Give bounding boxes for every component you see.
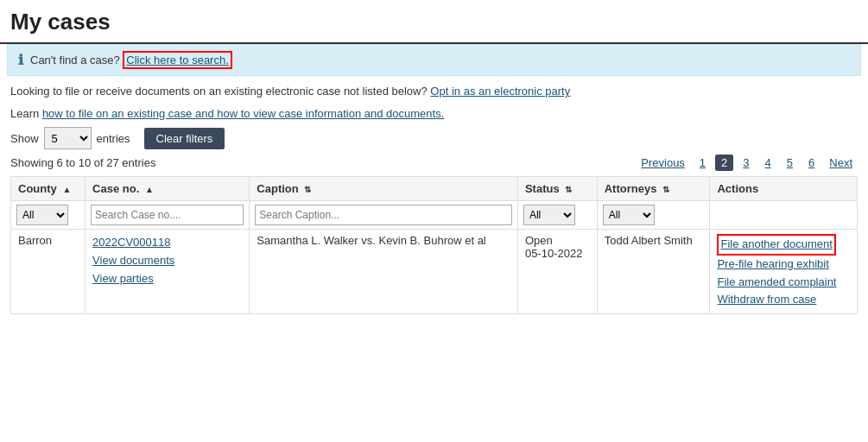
electronic-party-text: Looking to file or receive documents on … (10, 83, 858, 100)
row-county: Barron (11, 230, 86, 314)
col-case-no[interactable]: Case no. ▲ (86, 177, 250, 201)
row-status: Open05-10-2022 (517, 230, 597, 314)
attorneys-sort-icon: ⇅ (662, 185, 669, 194)
pagination-controls: Previous 1 2 3 4 5 6 Next (636, 155, 858, 171)
filter-county-cell: All (11, 201, 86, 230)
show-entries-select[interactable]: 5 10 25 50 100 (44, 127, 92, 149)
row-case-no: 2022CV000118 View documents View parties (86, 230, 250, 314)
show-entries-row: Show 5 10 25 50 100 entries Clear filter… (10, 127, 858, 149)
case-number-link[interactable]: 2022CV000118 (92, 234, 242, 252)
banner-text: Can't find a case? Click here to search. (30, 54, 232, 66)
page-5[interactable]: 5 (781, 155, 799, 171)
attorney-value: Todd Albert Smith (605, 234, 693, 247)
page-title: My cases (10, 9, 858, 35)
filter-status-cell: All (517, 201, 597, 230)
cases-table: County ▲ Case no. ▲ Caption ⇅ Status ⇅ (10, 176, 858, 314)
col-caption[interactable]: Caption ⇅ (250, 177, 518, 201)
filter-case-no-cell (86, 201, 250, 230)
file-another-document-link[interactable]: File another document (717, 234, 835, 256)
col-actions: Actions (710, 177, 858, 201)
county-value: Barron (18, 234, 52, 247)
status-sort-icon: ⇅ (565, 185, 572, 194)
page-6[interactable]: 6 (802, 155, 820, 171)
clear-filters-button[interactable]: Clear filters (144, 128, 225, 149)
click-here-to-search-link[interactable]: Click here to search. (123, 51, 232, 69)
pagination-row: Showing 6 to 10 of 27 entries Previous 1… (10, 155, 858, 171)
view-documents-link[interactable]: View documents (92, 252, 242, 270)
col-actions-label: Actions (717, 182, 758, 195)
pre-file-hearing-exhibit-link[interactable]: Pre-file hearing exhibit (717, 256, 850, 274)
row-caption: Samantha L. Walker vs. Kevin B. Buhrow e… (250, 230, 518, 314)
content-area: Looking to file or receive documents on … (0, 76, 868, 321)
how-to-file-link[interactable]: how to file on an existing case and how … (42, 107, 444, 120)
banner-cant-find: Can't find a case? (30, 54, 120, 66)
col-case-no-label: Case no. (92, 182, 139, 195)
filter-attorneys-cell: All (597, 201, 710, 230)
col-attorneys[interactable]: Attorneys ⇅ (597, 177, 710, 201)
page-header: My cases (0, 0, 868, 44)
next-page-link[interactable]: Next (824, 155, 858, 171)
electronic-text: Looking to file or receive documents on … (10, 85, 428, 98)
info-icon: ℹ (18, 52, 23, 68)
view-parties-link[interactable]: View parties (92, 270, 242, 288)
show-label: Show (10, 132, 39, 145)
col-county[interactable]: County ▲ (11, 177, 86, 201)
previous-page-link[interactable]: Previous (636, 155, 690, 171)
page-1[interactable]: 1 (694, 155, 712, 171)
case-no-filter-input[interactable] (91, 205, 244, 225)
county-filter-select[interactable]: All (16, 205, 68, 225)
page-wrapper: My cases ℹ Can't find a case? Click here… (0, 0, 868, 321)
withdraw-from-case-link[interactable]: Withdraw from case (717, 291, 850, 309)
col-status[interactable]: Status ⇅ (517, 177, 597, 201)
table-header-row: County ▲ Case no. ▲ Caption ⇅ Status ⇅ (11, 177, 858, 201)
col-attorneys-label: Attorneys (605, 182, 657, 195)
county-sort-icon: ▲ (62, 185, 71, 194)
filter-actions-cell (710, 201, 858, 230)
opt-in-link[interactable]: Opt in as an electronic party (430, 85, 570, 98)
info-banner: ℹ Can't find a case? Click here to searc… (7, 44, 861, 76)
status-value: Open05-10-2022 (525, 234, 583, 260)
entries-label: entries (97, 132, 130, 145)
table-row: Barron 2022CV000118 View documents View … (11, 230, 858, 314)
case-no-sort-icon: ▲ (145, 185, 154, 194)
showing-text: Showing 6 to 10 of 27 entries (10, 156, 155, 169)
learn-prefix: Learn (10, 107, 39, 120)
col-caption-label: Caption (257, 182, 298, 195)
col-status-label: Status (525, 182, 560, 195)
col-county-label: County (18, 182, 57, 195)
row-attorney: Todd Albert Smith (597, 230, 710, 314)
row-actions: File another document Pre-file hearing e… (710, 230, 858, 314)
learn-text-paragraph: Learn how to file on an existing case an… (10, 105, 858, 123)
page-2-active[interactable]: 2 (715, 155, 733, 171)
filter-caption-cell (250, 201, 518, 230)
page-3[interactable]: 3 (737, 155, 755, 171)
status-filter-select[interactable]: All (523, 205, 575, 225)
file-amended-complaint-link[interactable]: File amended complaint (717, 274, 850, 292)
caption-filter-input[interactable] (255, 205, 512, 225)
filter-row: All All (11, 201, 858, 230)
caption-sort-icon: ⇅ (304, 185, 311, 194)
attorneys-filter-select[interactable]: All (603, 205, 655, 225)
caption-value: Samantha L. Walker vs. Kevin B. Buhrow e… (257, 234, 485, 247)
page-4[interactable]: 4 (759, 155, 777, 171)
